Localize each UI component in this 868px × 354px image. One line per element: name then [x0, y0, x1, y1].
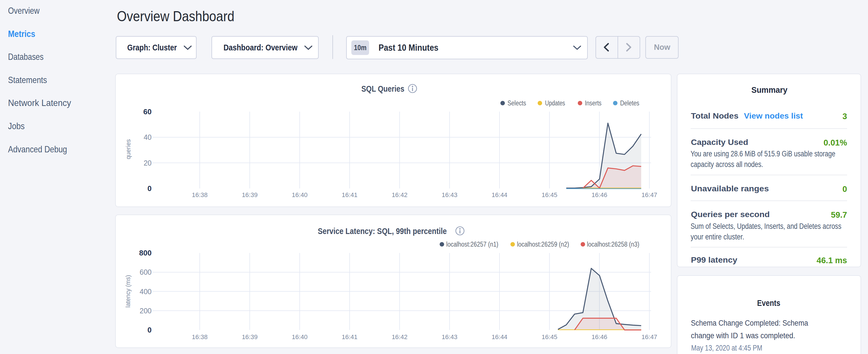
svg-text:localhost:26259 (n2): localhost:26259 (n2)	[517, 240, 569, 248]
svg-text:SQL Queries: SQL Queries	[361, 84, 404, 93]
svg-text:16:40: 16:40	[292, 333, 308, 341]
svg-text:0: 0	[148, 184, 152, 193]
svg-text:16:41: 16:41	[342, 333, 358, 341]
svg-text:Service Latency: SQL, 99th per: Service Latency: SQL, 99th percentile	[318, 227, 447, 236]
svg-text:16:42: 16:42	[392, 333, 407, 341]
svg-text:20: 20	[144, 159, 152, 167]
svg-text:200: 200	[140, 307, 152, 315]
svg-text:16:41: 16:41	[342, 191, 358, 198]
svg-text:16:40: 16:40	[292, 191, 308, 198]
svg-text:800: 800	[139, 249, 152, 257]
svg-text:0: 0	[148, 326, 152, 334]
svg-text:16:38: 16:38	[192, 191, 208, 198]
svg-text:16:46: 16:46	[591, 333, 607, 341]
svg-text:16:44: 16:44	[492, 333, 507, 341]
svg-text:16:47: 16:47	[642, 191, 657, 198]
svg-text:16:45: 16:45	[541, 191, 557, 198]
svg-text:localhost:26258 (n3): localhost:26258 (n3)	[587, 240, 639, 248]
svg-text:16:39: 16:39	[242, 333, 258, 341]
svg-text:Updates: Updates	[545, 99, 565, 107]
svg-text:latency (ms): latency (ms)	[124, 275, 131, 308]
svg-text:queries: queries	[125, 139, 132, 159]
svg-text:Selects: Selects	[507, 99, 526, 107]
svg-text:16:42: 16:42	[392, 191, 407, 198]
svg-text:16:44: 16:44	[492, 191, 507, 198]
svg-text:16:46: 16:46	[591, 191, 607, 198]
svg-text:60: 60	[143, 107, 152, 116]
svg-text:Inserts: Inserts	[585, 99, 601, 107]
svg-text:Deletes: Deletes	[620, 99, 639, 107]
svg-text:400: 400	[140, 288, 152, 296]
svg-text:16:43: 16:43	[442, 333, 457, 341]
svg-text:localhost:26257 (n1): localhost:26257 (n1)	[446, 240, 498, 248]
svg-text:16:39: 16:39	[242, 191, 258, 198]
svg-text:600: 600	[140, 268, 152, 276]
svg-text:16:45: 16:45	[541, 333, 557, 341]
svg-text:16:38: 16:38	[192, 333, 208, 341]
svg-text:16:43: 16:43	[442, 191, 457, 198]
svg-text:40: 40	[144, 133, 152, 141]
svg-text:16:47: 16:47	[642, 333, 657, 341]
